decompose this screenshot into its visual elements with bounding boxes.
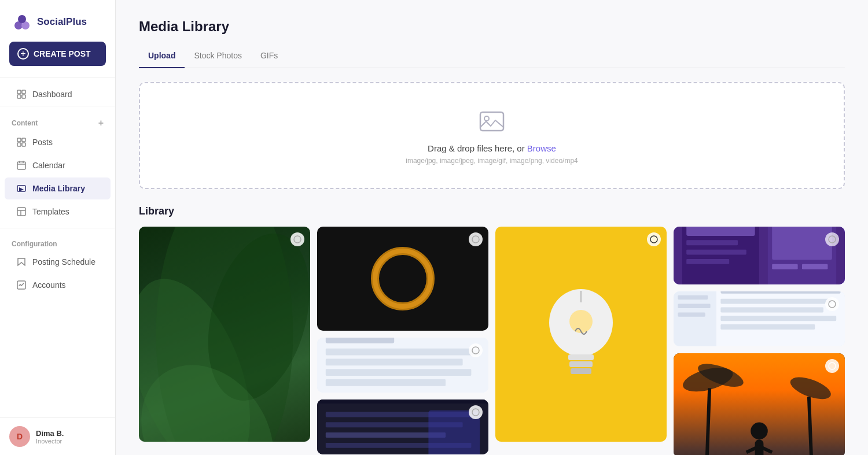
svg-point-29	[375, 251, 431, 306]
svg-rect-10	[22, 143, 25, 146]
sidebar-item-dashboard-label: Dashboard	[32, 90, 72, 99]
library-item-8[interactable]	[674, 353, 845, 455]
sidebar-spacer	[0, 297, 115, 417]
svg-rect-16	[17, 208, 25, 216]
svg-rect-11	[17, 162, 25, 169]
sidebar-item-posting-schedule-label: Posting Schedule	[32, 257, 95, 267]
svg-point-27	[294, 236, 301, 243]
svg-rect-39	[317, 399, 488, 404]
library-item-1[interactable]	[139, 227, 310, 442]
item-3-checkbox[interactable]	[647, 232, 661, 246]
svg-rect-3	[17, 90, 21, 94]
sidebar-item-media-library[interactable]: Media Library	[5, 177, 111, 199]
library-item-2[interactable]	[317, 227, 488, 331]
item-7-checkbox[interactable]	[469, 405, 483, 419]
sidebar-item-calendar[interactable]: Calendar	[5, 154, 111, 176]
svg-rect-59	[686, 227, 755, 236]
svg-rect-61	[686, 250, 746, 255]
create-post-button[interactable]: + CREATE POST	[9, 42, 106, 66]
sidebar-item-templates-label: Templates	[32, 207, 69, 216]
svg-rect-32	[326, 338, 394, 343]
item-8-checkbox[interactable]	[825, 359, 839, 373]
user-name: Dima B.	[36, 429, 64, 438]
svg-rect-77	[720, 316, 836, 321]
svg-rect-66	[802, 264, 827, 269]
sidebar-item-dashboard[interactable]: Dashboard	[5, 83, 111, 105]
tab-gifs[interactable]: GIFs	[251, 46, 287, 68]
svg-point-86	[751, 423, 768, 440]
sidebar-divider-top	[0, 77, 115, 78]
sidebar-divider-content	[0, 106, 115, 106]
svg-rect-54	[571, 368, 591, 374]
upload-browse-link[interactable]: Browse	[527, 143, 556, 153]
bulb-illustration	[540, 276, 621, 392]
sidebar-divider-config	[0, 228, 115, 228]
sidebar-item-media-library-label: Media Library	[32, 184, 85, 193]
svg-point-79	[829, 301, 836, 308]
screenshot1-illustration	[317, 338, 488, 393]
svg-rect-9	[17, 143, 21, 146]
content-section-label: Content +	[0, 111, 115, 131]
library-grid	[139, 227, 845, 455]
library-title: Library	[139, 205, 845, 217]
library-item-7[interactable]	[317, 399, 488, 454]
svg-rect-53	[569, 361, 593, 367]
upload-drag-text: Drag & drop files here, or Browse	[428, 143, 556, 153]
library-item-5[interactable]	[317, 338, 488, 393]
accounts-icon	[16, 280, 27, 290]
item-5-checkbox[interactable]	[469, 343, 483, 357]
library-item-6[interactable]	[674, 291, 845, 346]
posts-icon	[16, 137, 27, 147]
sidebar-item-calendar-label: Calendar	[32, 161, 65, 170]
item-4-checkbox[interactable]	[825, 232, 839, 246]
sidebar-item-posts[interactable]: Posts	[5, 131, 111, 153]
upload-image-icon	[477, 106, 507, 136]
content-add-icon[interactable]: +	[98, 118, 104, 128]
logo-icon	[12, 12, 32, 32]
svg-rect-35	[326, 369, 472, 376]
svg-rect-42	[326, 432, 446, 438]
item-2-checkbox[interactable]	[469, 232, 483, 246]
svg-rect-7	[17, 138, 21, 142]
tabs: Upload Stock Photos GIFs	[139, 46, 845, 68]
tab-upload[interactable]: Upload	[139, 46, 185, 68]
sidebar-item-accounts-label: Accounts	[32, 280, 66, 290]
app-screenshot-illustration	[674, 227, 845, 284]
upload-zone[interactable]: Drag & drop files here, or Browse image/…	[139, 82, 845, 189]
svg-point-45	[472, 409, 479, 416]
svg-rect-33	[326, 349, 480, 356]
item-1-checkbox[interactable]	[290, 232, 304, 246]
page-title: Media Library	[139, 19, 845, 35]
configuration-section-label: Configuration	[0, 233, 115, 250]
sidebar-user: D Dima B. Inovector	[0, 417, 115, 455]
calendar-icon	[16, 160, 27, 171]
sidebar-item-accounts[interactable]: Accounts	[5, 274, 111, 296]
svg-point-37	[472, 347, 479, 354]
sidebar: SocialPlus + CREATE POST Dashboard Conte…	[0, 0, 116, 455]
svg-rect-34	[326, 358, 463, 365]
svg-marker-19	[18, 258, 25, 265]
svg-rect-8	[22, 138, 25, 142]
sidebar-item-posting-schedule[interactable]: Posting Schedule	[5, 251, 111, 273]
user-avatar: D	[9, 426, 30, 447]
svg-rect-65	[772, 264, 797, 269]
user-info: Dima B. Inovector	[36, 429, 64, 445]
svg-rect-64	[772, 227, 832, 260]
library-item-4[interactable]	[674, 227, 845, 284]
svg-rect-75	[720, 299, 832, 304]
svg-point-51	[569, 310, 593, 333]
svg-rect-78	[720, 324, 815, 330]
templates-icon	[16, 206, 27, 217]
svg-point-30	[472, 236, 479, 243]
sunset-illustration	[674, 353, 845, 455]
svg-rect-76	[720, 308, 823, 313]
item-6-checkbox[interactable]	[825, 297, 839, 311]
user-org: Inovector	[36, 438, 64, 445]
plus-circle-icon: +	[17, 48, 29, 60]
dashboard-icon	[16, 89, 27, 99]
library-item-3[interactable]	[495, 227, 667, 442]
sidebar-item-templates[interactable]: Templates	[5, 201, 111, 223]
svg-rect-72	[678, 304, 710, 308]
tab-stock-photos[interactable]: Stock Photos	[185, 46, 251, 68]
svg-rect-71	[678, 295, 708, 299]
